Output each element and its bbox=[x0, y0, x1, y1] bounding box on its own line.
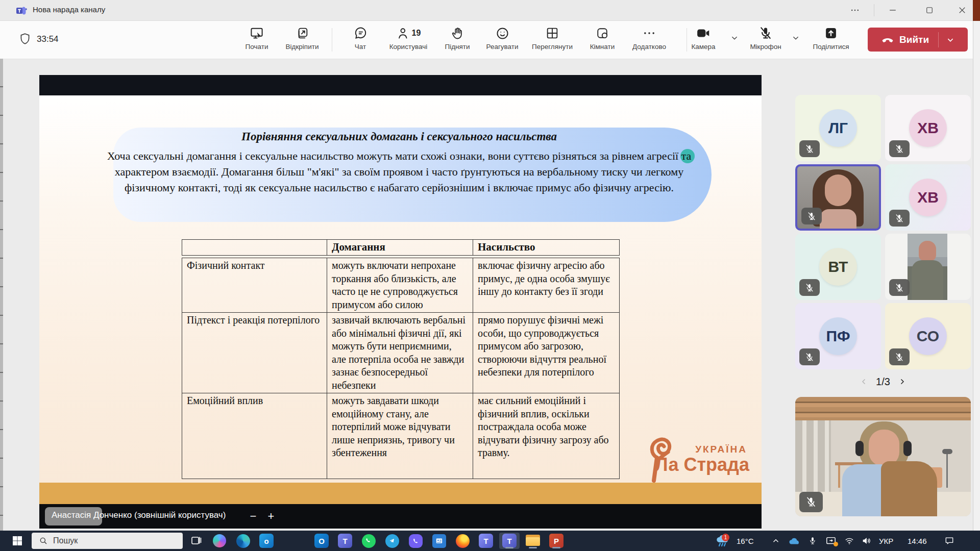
whatsapp-button[interactable] bbox=[360, 533, 377, 549]
people-icon bbox=[396, 26, 411, 41]
speaker-icon bbox=[862, 536, 872, 546]
temperature-label[interactable]: 16°C bbox=[737, 531, 754, 551]
leave-options-chevron[interactable] bbox=[945, 34, 956, 45]
telegram-button[interactable] bbox=[384, 533, 400, 549]
running-indicator bbox=[529, 547, 537, 548]
mic-off-badge bbox=[889, 279, 910, 296]
notification-center-button[interactable] bbox=[941, 533, 958, 549]
task-view-button[interactable] bbox=[188, 533, 204, 549]
language-indicator[interactable]: УКР bbox=[879, 531, 893, 551]
onedrive-button[interactable] bbox=[786, 533, 802, 549]
slide-paragraph: Хоча сексуальні домагання і сексуальне н… bbox=[106, 148, 693, 195]
teams-button[interactable]: T bbox=[337, 533, 353, 549]
table-header-empty bbox=[182, 240, 327, 256]
powerpoint-button[interactable]: P bbox=[548, 533, 565, 549]
weather-button[interactable]: 1 bbox=[713, 533, 733, 549]
view-button[interactable]: Переглянути bbox=[528, 25, 577, 56]
self-video-tile[interactable] bbox=[795, 397, 971, 516]
background-app-edge bbox=[973, 0, 980, 21]
screen-cast-button[interactable] bbox=[823, 533, 839, 549]
rooms-button[interactable]: Кімнати bbox=[578, 25, 627, 56]
page-previous-chevron[interactable] bbox=[860, 377, 869, 386]
grid-view-icon bbox=[545, 26, 559, 40]
outlook-button[interactable]: O bbox=[313, 533, 330, 549]
teams-meeting-window: Нова нарада каналу 33:54 Почати bbox=[0, 0, 980, 551]
powerpoint-icon: P bbox=[549, 534, 564, 548]
wifi-icon bbox=[844, 536, 854, 546]
window-minimize-button[interactable] bbox=[881, 0, 904, 20]
window-close-button[interactable] bbox=[950, 0, 974, 20]
edge-button[interactable] bbox=[235, 533, 251, 549]
more-button[interactable]: Додатково bbox=[625, 25, 674, 56]
teams-active-button[interactable]: T bbox=[499, 533, 520, 549]
leave-button[interactable]: Вийти bbox=[868, 28, 968, 52]
raise-hand-icon bbox=[450, 26, 465, 41]
page-next-chevron[interactable] bbox=[897, 377, 906, 386]
participant-tile[interactable]: ХВ bbox=[885, 95, 971, 161]
teams-classic-button[interactable]: T bbox=[478, 533, 494, 549]
zoom-out-button[interactable]: − bbox=[246, 509, 260, 523]
la-strada-logo: УКРАЇНА Ла Страда bbox=[642, 430, 751, 483]
shared-slide: Порівняння сексуальних домагань і сексуа… bbox=[39, 95, 762, 483]
folder-icon bbox=[526, 535, 540, 547]
video-person-body bbox=[820, 209, 856, 229]
table-header-harassment: Домагання bbox=[327, 240, 473, 256]
smiley-icon bbox=[495, 26, 510, 41]
share-button[interactable]: Поділитися bbox=[806, 25, 855, 56]
presentation-app-button[interactable] bbox=[431, 533, 447, 549]
microphone-options-chevron[interactable] bbox=[790, 32, 802, 44]
outlook-new-icon: o bbox=[259, 534, 274, 548]
task-view-icon bbox=[190, 535, 202, 547]
zoom-in-button[interactable]: + bbox=[264, 509, 278, 523]
hang-up-icon bbox=[881, 33, 894, 46]
chat-button[interactable]: Чат bbox=[336, 25, 385, 56]
participant-tile[interactable]: ВТ bbox=[795, 234, 881, 300]
firefox-button[interactable] bbox=[454, 533, 471, 549]
participant-tile[interactable]: СО bbox=[885, 303, 971, 369]
mic-off-icon bbox=[804, 144, 815, 154]
self-shoulder-right bbox=[881, 461, 937, 516]
viber-button[interactable] bbox=[407, 533, 424, 549]
participant-tile[interactable]: ЛГ bbox=[795, 95, 881, 161]
viber-icon bbox=[409, 534, 423, 548]
table-row: Фізичний контакт можуть включати непроха… bbox=[182, 258, 620, 313]
copilot-button[interactable] bbox=[211, 533, 228, 549]
clock[interactable]: 14:46 bbox=[908, 531, 927, 551]
microphone-button[interactable]: Мікрофон bbox=[741, 25, 790, 56]
teams-logo-icon bbox=[15, 5, 28, 17]
participant-video-tile-active-speaker[interactable] bbox=[795, 164, 881, 231]
raise-hand-button[interactable]: Підняти bbox=[433, 25, 482, 56]
volume-button[interactable] bbox=[859, 533, 875, 549]
participant-tile[interactable]: ХВ bbox=[885, 164, 971, 231]
participant-tile[interactable]: ПФ bbox=[795, 303, 881, 369]
tray-mic-button[interactable] bbox=[804, 533, 821, 549]
window-maximize-button[interactable] bbox=[918, 0, 941, 20]
window-more-options-button[interactable] bbox=[843, 0, 867, 20]
participant-video-tile[interactable] bbox=[885, 234, 971, 300]
teams-active-icon: T bbox=[502, 534, 517, 548]
leave-label: Вийти bbox=[899, 34, 929, 45]
background-app-scrollbar[interactable] bbox=[973, 0, 980, 531]
tray-overflow-chevron[interactable] bbox=[768, 533, 784, 549]
wifi-button[interactable] bbox=[841, 533, 857, 549]
presentation-app-icon bbox=[432, 534, 446, 548]
start-presenting-button[interactable]: Почати bbox=[232, 25, 281, 56]
weather-badge: 1 bbox=[722, 534, 729, 541]
file-explorer-button[interactable] bbox=[525, 533, 541, 549]
room-window bbox=[795, 420, 831, 497]
mic-off-badge bbox=[799, 348, 820, 365]
camera-options-chevron[interactable] bbox=[729, 32, 741, 44]
unpin-button[interactable]: Відкріпити bbox=[278, 25, 327, 56]
firefox-icon bbox=[456, 534, 470, 548]
people-button[interactable]: 19 Користувачі bbox=[384, 25, 433, 56]
meeting-toolbar: 33:54 Почати Відкріпити Чат 19 bbox=[0, 21, 980, 59]
camera-button[interactable]: Камера bbox=[679, 25, 728, 56]
logo-country-text: УКРАЇНА bbox=[695, 444, 747, 455]
video-person-body bbox=[912, 260, 943, 300]
mic-off-badge bbox=[799, 140, 820, 157]
popout-icon bbox=[295, 26, 309, 40]
taskbar-search[interactable]: Пошук bbox=[32, 533, 183, 549]
start-button[interactable] bbox=[9, 533, 26, 549]
react-button[interactable]: Реагувати bbox=[478, 25, 527, 56]
outlook-new-button[interactable]: o bbox=[258, 533, 275, 549]
